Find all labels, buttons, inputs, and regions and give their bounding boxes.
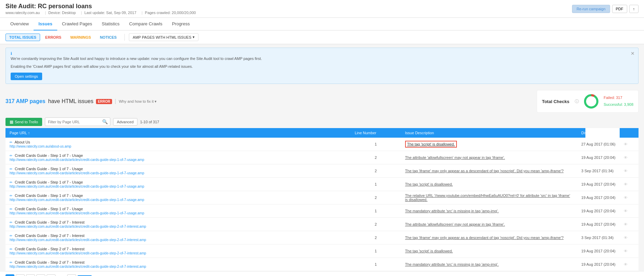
issue-desc-link[interactable]: The tag 'iframe' may only appear as a de… (405, 169, 564, 173)
page-url-link[interactable]: http://www.ratecity.com.au/credit-cards/… (10, 198, 144, 202)
table-row: ✏ About Us http://www.ratecity.com.au/ab… (5, 138, 639, 151)
page-url-cell: ✏ About Us http://www.ratecity.com.au/ab… (5, 138, 351, 151)
page-url-link[interactable]: http://www.ratecity.com.au/credit-cards/… (10, 251, 146, 255)
eye-icon[interactable]: 👁 (624, 236, 628, 240)
line-number-cell: 2 (351, 164, 401, 178)
page-url-link[interactable]: http://www.ratecity.com.au/credit-cards/… (10, 238, 146, 242)
table-row: ✏ Credit Cards Guide - Step 1 of 7 - Usa… (5, 178, 639, 191)
eye-icon[interactable]: 👁 (624, 249, 628, 253)
page-4-button[interactable]: 4 (36, 274, 45, 276)
tab-statistics[interactable]: Statistics (97, 18, 124, 30)
page-url-cell: ✏ Credit Cards Guide - Step 1 of 7 - Usa… (5, 151, 351, 164)
eye-icon[interactable]: 👁 (624, 196, 628, 200)
issue-desc-link[interactable]: The mandatory attribute 'src' is missing… (405, 262, 499, 266)
total-checks-stats: Failed: 317 Successful: 3,908 (604, 95, 633, 108)
page-title: Site Audit: RC personal loans (5, 3, 198, 10)
page-title-text: About Us (14, 140, 30, 144)
page-1-button[interactable]: 1 (5, 274, 14, 276)
tab-issues[interactable]: Issues (34, 18, 57, 30)
discovered-cell: 3 Sep 2017 (01:34) (577, 164, 620, 178)
issue-desc-cell: The attribute 'allowfullscreen' may not … (401, 218, 577, 231)
tab-overview[interactable]: Overview (5, 18, 34, 30)
discovered-cell: 19 Aug 2017 (20:04) (577, 204, 620, 218)
table-row: ✏ Credit Cards Guide - Step 2 of 7 - Int… (5, 231, 639, 244)
issue-desc-link[interactable]: The attribute 'allowfullscreen' may not … (405, 155, 505, 160)
open-settings-button[interactable]: Open settings (11, 73, 42, 80)
discovered-cell: 19 Aug 2017 (20:04) (577, 258, 620, 271)
subtab-notices[interactable]: NOTICES (96, 34, 120, 41)
line-number-cell: 2 (351, 218, 401, 231)
send-to-trello-button[interactable]: ▦ Send to Trello (5, 118, 42, 126)
chevron-down-icon: ▾ (193, 35, 195, 39)
eye-icon[interactable]: 👁 (624, 222, 628, 226)
page-url-link[interactable]: http://www.ratecity.com.au/credit-cards/… (10, 265, 146, 268)
page-url-link[interactable]: http://www.ratecity.com.au/credit-cards/… (10, 158, 144, 162)
page-title-text: Credit Cards Guide - Step 1 of 7 - Usage (15, 167, 83, 171)
subtab-warnings[interactable]: WARNINGS (66, 34, 95, 41)
page-3-button[interactable]: 3 (26, 274, 35, 276)
page-2-button[interactable]: 2 (16, 274, 25, 276)
page-url-link[interactable]: http://www.ratecity.com.au/credit-cards/… (10, 185, 144, 188)
subtab-total-issues[interactable]: TOTAL ISSUES (5, 34, 40, 41)
eye-icon[interactable]: 👁 (624, 142, 628, 146)
page-icon: ✏ (10, 167, 12, 171)
advanced-button[interactable]: Advanced (113, 118, 137, 126)
ellipsis: ... (57, 274, 66, 276)
filter-search-button[interactable]: 🔍 (100, 118, 110, 126)
issues-table: Page URL ↑ Line Number Issue Description… (5, 128, 639, 271)
page-url-cell: ✏ Credit Cards Guide - Step 2 of 7 - Int… (5, 244, 351, 258)
successful-value: 3,908 (624, 102, 633, 106)
eye-icon[interactable]: 👁 (624, 155, 628, 160)
donut-chart (583, 93, 599, 110)
eye-cell: 👁 (620, 204, 639, 218)
issue-desc-link[interactable]: The attribute 'allowfullscreen' may not … (405, 222, 505, 226)
page-url-cell: ✏ Credit Cards Guide - Step 2 of 7 - Int… (5, 258, 351, 271)
issues-header: 317 AMP pages have HTML issues ERROR | W… (0, 87, 644, 115)
svg-point-1 (585, 95, 597, 108)
line-number-cell: 1 (351, 244, 401, 258)
page-title-text: Credit Cards Guide - Step 2 of 7 - Inter… (15, 220, 85, 224)
filter-input[interactable] (45, 118, 100, 125)
eye-icon[interactable]: 👁 (624, 262, 628, 266)
issue-desc-link[interactable]: The tag 'script' is disallowed. (405, 182, 453, 186)
page-title-text: Credit Cards Guide - Step 1 of 7 - Usage (15, 180, 83, 184)
issue-desc-link[interactable]: The tag 'script' is disallowed. (405, 141, 457, 148)
amp-issues-dropdown[interactable]: AMP PAGES WITH HTML ISSUES ▾ (129, 33, 198, 41)
tab-progress[interactable]: Progress (167, 18, 195, 30)
eye-cell: 👁 (620, 138, 639, 151)
sort-icon: ⇅ (601, 131, 604, 135)
page-url-link[interactable]: http://www.ratecity.com.au/credit-cards/… (10, 225, 146, 228)
issue-desc-link[interactable]: The tag 'iframe' may only appear as a de… (405, 236, 564, 240)
eye-cell: 👁 (620, 191, 639, 204)
page-32-button[interactable]: 32 (67, 274, 76, 276)
tab-crawled-pages[interactable]: Crawled Pages (57, 18, 97, 30)
why-fix-link[interactable]: Why and how to fix it ▾ (119, 99, 157, 104)
divider (124, 34, 125, 41)
page-url-link[interactable]: http://www.ratecity.com.au/credit-cards/… (10, 171, 144, 175)
line-number-cell: 2 (351, 191, 401, 204)
page-url-link[interactable]: http://www.ratecity.com.au/about-us.amp (10, 145, 71, 148)
close-icon[interactable]: ✕ (631, 51, 635, 56)
recrawl-button[interactable]: Re-run campaign (572, 5, 610, 13)
table-row: ✏ Credit Cards Guide - Step 1 of 7 - Usa… (5, 164, 639, 178)
eye-icon[interactable]: 👁 (624, 182, 628, 186)
issue-desc-link[interactable]: The tag 'script' is disallowed. (405, 249, 453, 253)
issue-desc-cell: The tag 'script' is disallowed. (401, 244, 577, 258)
page-5-button[interactable]: 5 (47, 274, 56, 276)
issue-desc-link[interactable]: The relative URL '//www.youtube.com/embe… (405, 193, 570, 202)
error-badge: ERROR (96, 99, 112, 104)
issue-desc-cell: The mandatory attribute 'src' is missing… (401, 204, 577, 218)
subtab-errors[interactable]: ERRORS (41, 34, 65, 41)
tab-compare-crawls[interactable]: Compare Crawls (124, 18, 167, 30)
page-url-link[interactable]: http://www.ratecity.com.au/credit-cards/… (10, 211, 144, 215)
eye-icon[interactable]: 👁 (624, 169, 628, 173)
export-button[interactable]: ↑ (629, 5, 639, 13)
page-icon: ✏ (10, 221, 12, 224)
eye-icon[interactable]: 👁 (624, 209, 628, 213)
top-bar: Site Audit: RC personal loans www.rateci… (0, 0, 644, 18)
col-issue-description: Issue Description (401, 128, 577, 138)
pdf-button[interactable]: PDF (612, 5, 627, 13)
page-url-cell: ✏ Credit Cards Guide - Step 1 of 7 - Usa… (5, 191, 351, 204)
issue-desc-link[interactable]: The mandatory attribute 'src' is missing… (405, 209, 499, 213)
table-row: ✏ Credit Cards Guide - Step 1 of 7 - Usa… (5, 204, 639, 218)
